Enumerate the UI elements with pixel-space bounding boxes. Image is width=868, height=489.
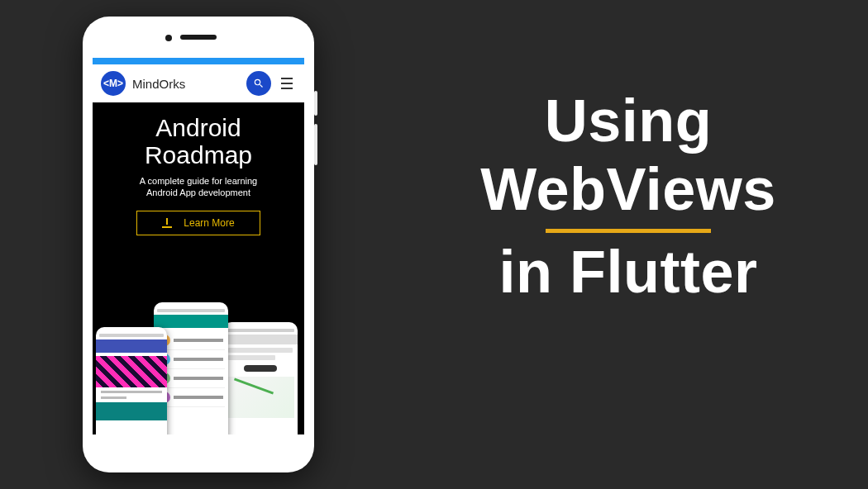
title-line-2: WebViews bbox=[459, 155, 798, 224]
download-icon bbox=[162, 218, 172, 228]
title-line-1: Using bbox=[459, 87, 798, 155]
phone-side-button bbox=[314, 91, 317, 116]
hamburger-menu-button[interactable] bbox=[278, 71, 296, 96]
hamburger-icon bbox=[281, 78, 293, 79]
brand-logo[interactable]: <M> bbox=[101, 71, 126, 96]
brand-name[interactable]: MindOrks bbox=[132, 77, 185, 91]
hero-subtitle: A complete guide for learning Android Ap… bbox=[99, 175, 298, 199]
slide-title: Using WebViews in Flutter bbox=[459, 87, 798, 306]
title-line-3: in Flutter bbox=[459, 238, 798, 306]
phone-mockup: <M> MindOrks Android Roadmap A complete … bbox=[83, 17, 314, 472]
hero-title-line1: Android bbox=[99, 114, 298, 141]
hero-section: Android Roadmap A complete guide for lea… bbox=[93, 102, 304, 245]
cta-label: Learn More bbox=[184, 217, 234, 229]
search-button[interactable] bbox=[246, 71, 271, 96]
phone-side-button bbox=[314, 124, 317, 165]
showcase-section bbox=[93, 245, 304, 434]
search-icon bbox=[253, 78, 265, 89]
site-header: <M> MindOrks bbox=[93, 64, 304, 102]
canvas: <M> MindOrks Android Roadmap A complete … bbox=[0, 0, 868, 489]
hero-title-line2: Roadmap bbox=[99, 141, 298, 169]
title-underline bbox=[546, 229, 711, 233]
status-bar bbox=[93, 58, 304, 64]
showcase-phone-right bbox=[223, 322, 298, 434]
showcase-phone-left bbox=[96, 327, 167, 434]
phone-camera-dot bbox=[165, 35, 172, 41]
learn-more-button[interactable]: Learn More bbox=[136, 211, 260, 235]
phone-screen: <M> MindOrks Android Roadmap A complete … bbox=[93, 58, 304, 434]
